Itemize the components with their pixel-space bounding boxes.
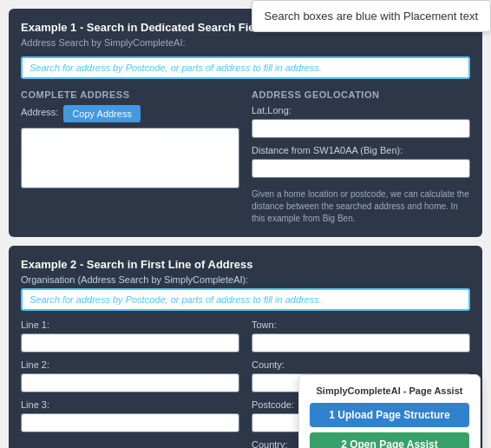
example2-title: Example 2 - Search in First Line of Addr…: [21, 258, 470, 271]
town-input[interactable]: [252, 333, 470, 352]
line2-input[interactable]: [21, 373, 239, 392]
address-label: Address:: [21, 107, 58, 117]
open-page-assist-button[interactable]: 2 Open Page Assist: [310, 432, 469, 448]
complete-address-title: COMPLETE ADDRESS: [21, 89, 239, 100]
line3-input[interactable]: [21, 413, 239, 432]
line3-label: Line 3:: [21, 399, 239, 410]
geolocation-title: ADDRESS GEOLOCATION: [252, 89, 470, 100]
latlng-input[interactable]: [252, 119, 470, 138]
latlng-label: Lat,Long:: [252, 105, 470, 115]
geolocation-section: ADDRESS GEOLOCATION Lat,Long: Distance f…: [252, 89, 470, 225]
distance-label: Distance from SW1A0AA (Big Ben):: [252, 145, 470, 155]
example1-card: Example 1 - Search in Dedicated Search F…: [9, 9, 482, 237]
geo-note: Given a home location or postcode, we ca…: [252, 188, 470, 225]
county-label: County:: [252, 359, 470, 370]
upload-structure-button[interactable]: 1 Upload Page Structure: [310, 403, 469, 427]
distance-input[interactable]: [252, 159, 470, 178]
tooltip-text: Search boxes are blue with Placement tex…: [265, 10, 478, 23]
org-label: Organisation (Address Search by SimplyCo…: [21, 274, 470, 285]
example1-search-input[interactable]: [21, 56, 470, 79]
search-tooltip: Search boxes are blue with Placement tex…: [252, 0, 491, 32]
address-left-col: Line 1: Line 2: Line 3:: [21, 320, 239, 448]
page-assist-title: SimplyCompleteAI - Page Assist: [310, 385, 469, 396]
line2-label: Line 2:: [21, 359, 239, 370]
line1-label: Line 1:: [21, 320, 239, 330]
copy-address-button[interactable]: Copy Address: [63, 105, 140, 122]
town-label: Town:: [252, 320, 470, 330]
example1-subtitle: Address Search by SimplyCompleteAI:: [21, 37, 470, 48]
address-textarea[interactable]: [21, 128, 239, 188]
example2-search-input[interactable]: [21, 288, 470, 311]
line1-input[interactable]: [21, 333, 239, 352]
complete-address-section: COMPLETE ADDRESS Address: Copy Address: [21, 89, 239, 225]
page-assist-popup: SimplyCompleteAI - Page Assist 1 Upload …: [298, 374, 481, 448]
